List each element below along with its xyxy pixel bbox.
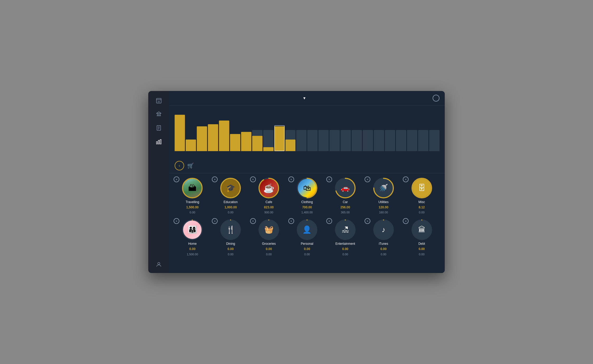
category-name: Entertainment	[335, 242, 355, 246]
category-circle-wrapper: 🍴	[220, 219, 241, 240]
category-circle-wrapper: ♪	[373, 219, 394, 240]
category-actual: 8.12	[419, 205, 425, 209]
category-circle-wrapper: 🛍	[296, 178, 318, 199]
remove-category-button[interactable]: ✕	[326, 218, 332, 224]
category-actual: 0.00	[419, 247, 425, 251]
category-item[interactable]: ✕🎓Education1,000.000.00	[213, 178, 248, 214]
category-item[interactable]: ✕♪iTunes0.000.00	[366, 219, 401, 256]
bar-group	[208, 113, 218, 151]
category-budget: 0.00	[190, 211, 195, 214]
category-circle-wrapper: 🚿	[373, 178, 394, 199]
category-name: Dining	[226, 242, 235, 246]
category-name: Clothing	[301, 200, 313, 204]
svg-point-33	[259, 220, 279, 240]
svg-rect-11	[156, 142, 157, 144]
bar-group	[252, 113, 262, 151]
category-budget: 0.00	[266, 253, 271, 256]
svg-point-14	[158, 262, 160, 265]
chart-area	[169, 106, 445, 158]
remove-category-button[interactable]: ✕	[288, 218, 294, 224]
category-actual: 1,500.00	[186, 205, 199, 209]
category-actual: 0.00	[304, 247, 310, 251]
bar-group	[241, 113, 251, 151]
category-item[interactable]: ✕🧺Groceries0.000.00	[251, 219, 287, 256]
bar-group	[197, 113, 207, 151]
bar-group	[329, 113, 340, 151]
svg-point-28	[412, 178, 432, 198]
sidebar-item-today[interactable]: 21	[148, 95, 169, 107]
category-budget: 1,400.00	[302, 211, 313, 214]
svg-rect-12	[158, 140, 159, 144]
category-item[interactable]: ✕🍴Dining0.000.00	[213, 219, 248, 256]
remove-category-button[interactable]: ✕	[403, 218, 409, 224]
bar-group	[307, 113, 318, 151]
remove-category-button[interactable]: ✕	[250, 176, 256, 182]
back-button[interactable]: ‹	[175, 161, 184, 170]
bar-group	[263, 113, 274, 151]
category-item[interactable]: ✕🗄Misc8.120.00	[404, 178, 439, 214]
remove-category-button[interactable]: ✕	[326, 176, 332, 182]
help-button[interactable]	[433, 95, 439, 102]
remove-category-button[interactable]: ✕	[174, 176, 179, 182]
sidebar-item-app[interactable]	[156, 261, 162, 269]
category-circle-wrapper: 🗄	[411, 178, 432, 199]
bar-group	[219, 113, 229, 151]
category-name: Travelling	[186, 200, 199, 204]
cart-icon: 🛒	[187, 162, 194, 169]
category-budget: 365.00	[341, 211, 350, 214]
category-circle-wrapper: 🏖	[335, 219, 356, 240]
chevron-down-icon: ▼	[303, 96, 306, 100]
category-item[interactable]: ✕🚗Car256.00365.00	[327, 178, 363, 214]
category-name: iTunes	[379, 242, 388, 246]
category-budget: 0.00	[381, 253, 386, 256]
category-circle-wrapper: 👨‍👩‍👧	[182, 219, 203, 240]
category-item[interactable]: ✕🛍Clothing700.001,400.00	[289, 178, 325, 214]
bar-group	[352, 113, 362, 151]
remove-category-button[interactable]: ✕	[365, 176, 370, 182]
category-actual: 823.00	[264, 205, 274, 209]
sidebar-item-reports[interactable]	[148, 136, 169, 148]
remove-category-button[interactable]: ✕	[174, 218, 179, 224]
bar-group	[385, 113, 395, 151]
remove-category-button[interactable]: ✕	[403, 176, 409, 182]
app-container: 21	[148, 91, 445, 273]
category-name: Education	[224, 200, 238, 204]
category-item[interactable]: ✕🏖Entertainment0.000.00	[327, 219, 363, 256]
expense-left: ‹ 🛒	[175, 161, 197, 170]
category-budget: 160.00	[379, 211, 388, 214]
category-name: Cafe	[265, 200, 272, 204]
category-budget: 900.00	[264, 211, 273, 214]
bar-group	[363, 113, 373, 151]
category-item[interactable]: ✕👨‍👩‍👧Home0.001,500.00	[175, 219, 210, 256]
category-budget: 1,500.00	[187, 253, 198, 256]
remove-category-button[interactable]: ✕	[212, 218, 218, 224]
category-circle-wrapper: 🎓	[220, 178, 241, 199]
sidebar-item-budget[interactable]	[148, 123, 169, 134]
bar-group	[374, 113, 384, 151]
remove-category-button[interactable]: ✕	[212, 176, 218, 182]
sidebar: 21	[148, 91, 169, 273]
bar-group	[186, 113, 196, 151]
category-item[interactable]: ✕🏔Travelling1,500.000.00	[175, 178, 210, 214]
bar-group	[318, 113, 329, 151]
remove-category-button[interactable]: ✕	[365, 218, 370, 224]
svg-point-41	[412, 220, 432, 240]
category-circle-wrapper: 🧺	[258, 219, 279, 240]
sidebar-item-balance[interactable]	[148, 109, 169, 121]
svg-point-29	[183, 220, 202, 240]
bar-group	[407, 113, 417, 151]
bar-group	[341, 113, 351, 151]
svg-point-31	[221, 220, 240, 240]
category-circle-wrapper: 🚗	[335, 178, 356, 199]
category-item[interactable]: ✕🚿Utilities120.00160.00	[366, 178, 401, 214]
remove-category-button[interactable]: ✕	[250, 218, 256, 224]
category-name: Misc	[418, 200, 425, 204]
period-selector[interactable]: ▼	[301, 96, 306, 100]
category-item[interactable]: ✕👤Personal0.000.00	[289, 219, 325, 256]
category-item[interactable]: ✕☕Cafe823.00900.00	[251, 178, 287, 214]
category-circle-wrapper: ☕	[258, 178, 279, 199]
remove-category-button[interactable]: ✕	[288, 176, 294, 182]
category-item[interactable]: ✕🏛Debt0.000.00	[404, 219, 439, 256]
category-budget: 0.00	[419, 253, 424, 256]
category-budget: 0.00	[342, 253, 348, 256]
